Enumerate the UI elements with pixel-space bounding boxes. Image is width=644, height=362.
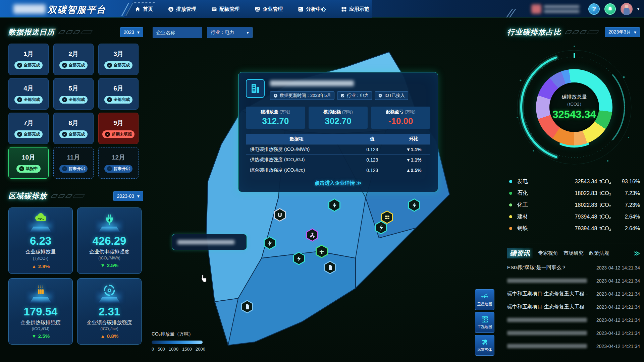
stat-card-heat-intensity[interactable]: 179.54 企业供热碳排强度 (tCO₂/GJ) ▼2.5% bbox=[8, 278, 73, 345]
popup-stat-balance: 配额盈亏 (万吨) -10.00 bbox=[371, 107, 430, 129]
news-more-arrow[interactable]: ≫ bbox=[634, 250, 640, 257]
stat-label: 企业供热碳排强度 bbox=[20, 319, 61, 326]
org-logo bbox=[531, 4, 541, 14]
stat-unit: (tCO₂/GJ) bbox=[32, 326, 50, 331]
monitor-icon bbox=[255, 6, 260, 12]
legend-dot bbox=[509, 203, 512, 206]
co2-gradient-bar bbox=[152, 341, 203, 344]
legend-row-chemical[interactable]: 化工 18022.83tCO₂ 7.23% bbox=[507, 199, 640, 211]
org-info bbox=[530, 3, 584, 15]
legend-row-power[interactable]: 发电 32543.34tCO₂ 93.16% bbox=[507, 176, 640, 187]
tab-policy[interactable]: 政策法规 bbox=[589, 250, 609, 256]
user-avatar[interactable] bbox=[621, 3, 633, 15]
calendar-month-2[interactable]: 2月 ✔全部完成 bbox=[53, 44, 94, 75]
calendar-year-dropdown[interactable]: 2023 ▾ bbox=[120, 27, 143, 37]
svg-text:×÷: ×÷ bbox=[299, 9, 302, 11]
news-item[interactable]: 2023-04-12 14:21:34 bbox=[507, 274, 640, 287]
calendar-month-6[interactable]: 6月 ✔全部完成 bbox=[98, 78, 139, 110]
legend-row-steel[interactable]: 钢铁 79394.48tCO₂ 2.64% bbox=[507, 223, 640, 234]
enterprise-popup: 数据更新时间：2023年5月 行业：电力 IOT已接入 bbox=[238, 72, 438, 192]
stat-value: 6.23 bbox=[30, 235, 51, 247]
stat-card-comprehensive-intensity[interactable]: 2.31 企业综合碳排放强度 (tCO₂/tce) ▲0.8% bbox=[77, 278, 142, 345]
nav-item-apps[interactable]: 应用示范 bbox=[341, 6, 369, 12]
radiator-icon bbox=[33, 283, 48, 298]
help-button[interactable]: ? bbox=[588, 3, 600, 15]
trend-down: ▼2.5% bbox=[100, 262, 118, 268]
stat-value: 426.29 bbox=[93, 235, 126, 247]
nav-item-quota[interactable]: 配额管理 bbox=[211, 6, 239, 12]
calendar-month-5[interactable]: 5月 ✔全部完成 bbox=[53, 78, 94, 110]
stat-value: 2.31 bbox=[99, 305, 120, 318]
tooltip-company-name bbox=[177, 240, 234, 244]
stat-label: 企业综合碳排放强度 bbox=[87, 319, 132, 326]
stat-card-power-intensity[interactable]: 426.29 企业供电碳排强度 (tCO₂/MWh) ▼2.5% bbox=[77, 207, 142, 274]
calendar-month-12[interactable]: 12月 −暂未开启 bbox=[98, 147, 139, 179]
popup-stat-quota: 模拟配额 (万吨) 302.70 bbox=[309, 107, 368, 129]
notifications-button[interactable] bbox=[604, 3, 616, 15]
badge-text: 填报中 bbox=[26, 166, 38, 172]
news-item[interactable]: 2023-04-12 14:21:34 bbox=[507, 340, 640, 353]
calendar-month-4[interactable]: 4月 ✔全部完成 bbox=[8, 78, 49, 110]
clock-icon bbox=[273, 94, 278, 98]
calendar-month-7[interactable]: 7月 ✔全部完成 bbox=[8, 113, 49, 144]
industry-period-dropdown[interactable]: 2023年3月 ▾ bbox=[605, 27, 640, 37]
minus-icon: − bbox=[62, 166, 67, 171]
industry-filter-select[interactable]: 行业：电力 ▾ bbox=[207, 27, 253, 38]
table-row[interactable]: 综合碳排放强度 (tCO₂/tce) 0.123 ▲2.5% bbox=[246, 165, 430, 175]
news-item[interactable]: ESG跟“双碳”是一回事么？ 2023-04-12 14:21:34 bbox=[507, 261, 640, 274]
header-deco bbox=[52, 194, 84, 198]
calendar-month-8[interactable]: 8月 ✔全部完成 bbox=[53, 113, 94, 144]
table-header-row: 数据项 值 环比 bbox=[246, 134, 430, 144]
satellite-map-button[interactable]: 卫星地图 bbox=[475, 289, 494, 310]
table-row[interactable]: 供电碳排放强度 (tCO₂/MWh) 0.123 ▼1.1% bbox=[246, 144, 430, 155]
news-item[interactable]: 碳中和五期项目-生态修复重大工程... 2023-04-12 14:21:34 bbox=[507, 287, 640, 300]
news-item[interactable]: 2023-04-12 14:21:34 bbox=[507, 326, 640, 340]
status-badge: ✖超期未填报 bbox=[102, 130, 135, 138]
stat-label: 企业供电碳排强度 bbox=[89, 249, 129, 255]
calendar-month-10[interactable]: 10月 ✎填报中 bbox=[8, 147, 49, 179]
svg-text:CO₂: CO₂ bbox=[38, 217, 44, 221]
month-label: 3月 bbox=[113, 50, 123, 58]
industry-badge: 行业：电力 bbox=[337, 91, 372, 100]
nav-item-enterprise[interactable]: 企业管理 bbox=[255, 6, 283, 12]
nav-item-analysis[interactable]: +-×÷ 分析中心 bbox=[298, 6, 326, 12]
bar-chart-icon bbox=[168, 6, 174, 12]
calendar-month-3[interactable]: 3月 ✔全部完成 bbox=[98, 44, 139, 75]
legend-row-materials[interactable]: 建材 79394.48tCO₂ 2.64% bbox=[507, 211, 640, 223]
table-row[interactable]: 供热碳排放强度 (tCO₂/GJ) 0.123 ▼1.1% bbox=[246, 155, 430, 165]
greenhouse-gas-button[interactable]: 温室气体 bbox=[475, 335, 494, 356]
legend-row-petrochem[interactable]: 石化 18022.83tCO₂ 7.23% bbox=[507, 187, 640, 199]
calendar-month-1[interactable]: 1月 ✔全部完成 bbox=[8, 44, 49, 75]
tab-market-research[interactable]: 市场研究 bbox=[564, 250, 584, 256]
check-icon: ✔ bbox=[107, 63, 112, 68]
platform-logo bbox=[13, 4, 46, 14]
user-menu-caret[interactable]: ▾ bbox=[637, 7, 639, 11]
company-search-input[interactable] bbox=[153, 27, 202, 38]
check-icon: ✔ bbox=[107, 97, 112, 102]
tab-expert-view[interactable]: 专家视角 bbox=[538, 250, 558, 256]
operating-map-button[interactable]: 工况地图 bbox=[475, 312, 494, 333]
badge-text: 暂未开启 bbox=[69, 166, 85, 172]
analysis-icon: +-×÷ bbox=[298, 6, 304, 12]
gauge-target-icon bbox=[102, 283, 117, 298]
nav-item-home[interactable]: 首页 bbox=[135, 6, 153, 12]
month-label: 8月 bbox=[68, 119, 78, 127]
header-deco bbox=[566, 30, 598, 34]
chevron-down-icon: ▾ bbox=[137, 29, 140, 35]
badge-text: 全部完成 bbox=[24, 97, 40, 103]
calendar-month-11[interactable]: 11月 −暂未开启 bbox=[53, 147, 94, 179]
stat-unit: (tCO₂/MWh) bbox=[98, 256, 120, 260]
month-label: 11月 bbox=[67, 153, 80, 162]
news-item[interactable]: 碳中和五期项目-生态修复重大工程 2023-04-12 14:21:34 bbox=[507, 300, 640, 313]
region-period-dropdown[interactable]: 2023-03 ▾ bbox=[113, 191, 143, 201]
month-label: 9月 bbox=[113, 119, 123, 127]
enterprise-detail-link[interactable]: 点击进入企业详情 ≫ bbox=[246, 180, 430, 186]
calendar-month-9[interactable]: 9月 ✖超期未填报 bbox=[98, 113, 139, 144]
nav-item-emission[interactable]: 排放管理 bbox=[168, 6, 196, 12]
check-icon: ✔ bbox=[17, 132, 22, 137]
news-item[interactable]: 2023-04-12 14:21:34 bbox=[507, 313, 640, 326]
month-label: 12月 bbox=[112, 153, 125, 162]
region-header: 区域碳排放 2023-03 ▾ bbox=[8, 190, 143, 202]
stat-card-emission[interactable]: CO₂ 6.23 企业碳排放量 (万tCO₂) ▲2.8% bbox=[8, 207, 73, 274]
down-icon: ▼ bbox=[406, 147, 411, 152]
